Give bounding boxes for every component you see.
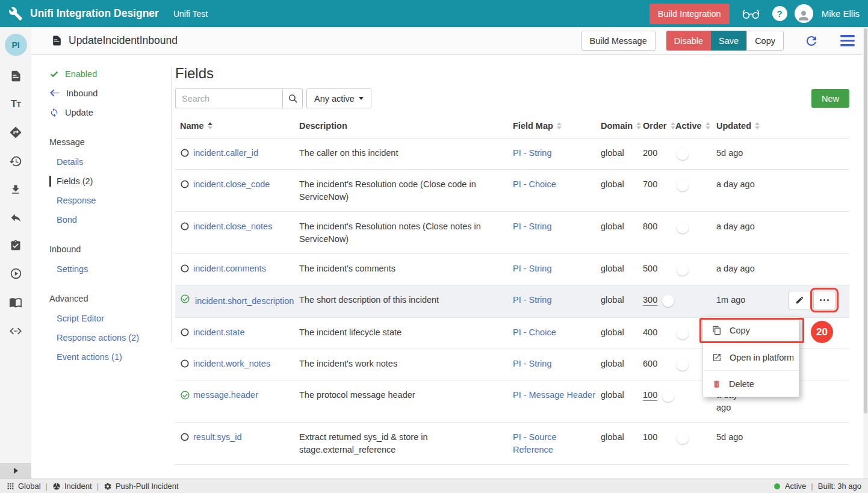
wrench-icon[interactable] [8,7,23,21]
field-name-link[interactable]: incident.close_code [193,170,299,211]
field-status-icon [180,434,190,444]
preview-glasses-icon[interactable] [742,7,760,20]
statusbar-process[interactable]: Incident [52,482,92,491]
sidebar-item-update[interactable]: Update [31,103,172,122]
field-status-icon [180,361,190,370]
play-icon[interactable] [10,267,22,280]
column-header-field-map[interactable]: Field Map [513,121,601,131]
document-icon[interactable] [10,70,22,82]
history-icon[interactable] [9,155,22,168]
field-name-link[interactable]: incident.work_notes [193,349,299,380]
sidebar-item-script-editor[interactable]: Script Editor [31,309,172,328]
sidebar-section-message: Message [31,132,172,152]
field-name-link[interactable]: result.sys_id [193,423,299,464]
field-domain: global [601,285,643,317]
gear-icon [104,482,112,491]
sidebar-item-settings[interactable]: Settings [31,259,172,279]
copy-button[interactable]: Copy [746,31,784,51]
top-navbar: Unifi Integration Designer Unifi Test Bu… [0,0,868,27]
tasks-icon[interactable] [10,240,22,252]
field-name-link[interactable]: incident.caller_id [193,138,299,169]
build-message-button[interactable]: Build Message [581,31,656,51]
statusbar-scope[interactable]: Global [7,482,41,491]
field-status-icon [180,329,190,339]
scrollbar-thumb[interactable] [864,28,867,414]
sidebar-item-response-actions[interactable]: Response actions (2) [31,328,172,347]
user-avatar[interactable] [795,4,813,23]
integration-avatar[interactable]: PI [5,34,27,56]
table-row: incident.caller_id The caller on this in… [175,138,849,170]
context-menu-delete[interactable]: Delete [703,370,799,397]
disable-button[interactable]: Disable [666,31,711,51]
sidebar-item-enabled[interactable]: Enabled [31,64,172,84]
field-map-link[interactable]: PI - String [513,212,601,253]
page-title: UpdateIncidentInbound [69,34,178,47]
save-button[interactable]: Save [711,31,746,51]
book-icon[interactable] [9,296,22,309]
app-title: Unifi Integration Designer [30,7,159,20]
field-order: 600 [643,349,675,380]
field-description: The incident's Resolution code (Close co… [299,170,513,211]
search-button[interactable] [282,88,303,108]
build-integration-button[interactable]: Build Integration [649,4,730,24]
field-description: Extract returned sys_id & store in stage… [299,423,513,464]
active-filter-dropdown[interactable]: Any active [306,88,371,108]
field-map-link[interactable]: PI - Choice [513,170,601,211]
column-header-domain[interactable]: Domain [601,121,643,131]
search-input[interactable] [175,88,282,108]
workspace-name[interactable]: Unifi Test [173,9,208,19]
menu-icon[interactable] [840,35,855,46]
sidebar-item-response[interactable]: Response [31,191,172,210]
field-status-icon [180,223,190,233]
sidebar-item-inbound-direction[interactable]: Inbound [31,84,172,103]
help-icon[interactable]: ? [772,6,787,21]
column-header-order[interactable]: Order [643,121,675,131]
field-domain: global [601,349,643,380]
field-domain: global [601,212,643,253]
field-map-link[interactable]: PI - String [513,285,601,317]
download-icon[interactable] [10,184,22,196]
field-map-link[interactable]: PI - String [513,138,601,169]
field-name-link[interactable]: incident.close_notes [193,212,299,253]
delete-icon [712,379,721,389]
edit-field-button[interactable] [789,291,811,309]
field-domain: global [601,254,643,285]
field-map-link[interactable]: PI - String [513,254,601,285]
fields-heading: Fields [175,65,868,82]
field-order: 800 [643,212,675,253]
sidebar-section-advanced: Advanced [31,288,172,309]
field-name-link[interactable]: incident.comments [193,254,299,285]
statusbar-built: Built: 3h ago [818,482,861,491]
field-domain: global [601,138,643,169]
text-fields-icon[interactable]: TT [11,98,20,110]
statusbar-integration[interactable]: Push-Pull Incident [104,482,179,491]
field-map-link[interactable]: PI - Message Header [513,380,601,422]
annotation-step-badge: 20 [811,321,833,343]
icon-rail: PI TT [0,27,31,479]
field-map-link[interactable]: PI - String [513,349,601,380]
code-icon[interactable] [9,324,22,338]
column-header-active[interactable]: Active [675,121,716,131]
field-name-link[interactable]: incident.state [193,318,299,349]
field-map-link[interactable]: PI - Source Reference [513,423,601,464]
directions-icon[interactable] [9,126,22,139]
field-name-link[interactable]: message.header [193,380,299,422]
sidebar-item-details[interactable]: Details [31,152,172,172]
context-menu-open-in-platform[interactable]: Open in platform [703,344,799,370]
refresh-icon[interactable] [804,34,819,48]
field-domain: global [601,423,643,464]
more-actions-button[interactable] [813,291,835,309]
context-menu-copy[interactable]: Copy [703,317,799,344]
undo-icon[interactable] [10,211,22,224]
field-order: 400 [643,318,675,349]
column-header-name[interactable]: Name [175,121,299,131]
field-name-link[interactable]: incident.short_description [175,285,299,317]
sidebar-expand-button[interactable] [0,463,31,479]
sidebar-item-event-actions[interactable]: Event actions (1) [31,347,172,367]
new-field-button[interactable]: New [811,89,849,108]
field-map-link[interactable]: PI - Choice [513,318,601,349]
sidebar-item-fields[interactable]: Fields (2) [31,172,172,191]
sidebar-item-bond[interactable]: Bond [31,210,172,229]
column-header-updated[interactable]: Updated [716,121,783,131]
user-name[interactable]: Mike Ellis [822,8,860,19]
